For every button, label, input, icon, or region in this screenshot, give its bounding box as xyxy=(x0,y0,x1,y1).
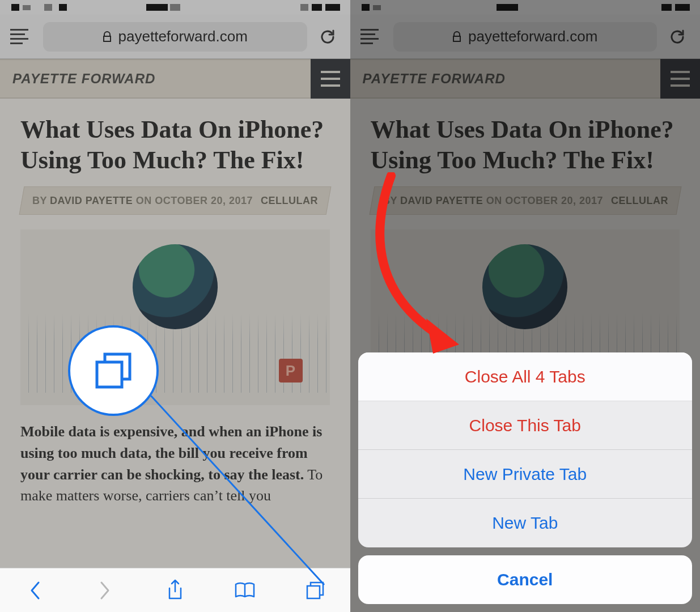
cancel-button[interactable]: Cancel xyxy=(358,555,693,604)
status-bar xyxy=(0,0,350,15)
logo-chip: P xyxy=(279,359,303,382)
tabs-icon xyxy=(305,580,325,601)
url-field[interactable]: payetteforward.com xyxy=(43,22,307,52)
website-header: PAYETTE FORWARD xyxy=(0,59,350,99)
reload-button[interactable] xyxy=(315,24,340,49)
callout-circle xyxy=(68,325,159,416)
reader-view-icon[interactable] xyxy=(10,29,35,44)
close-this-tab-option[interactable]: Close This Tab xyxy=(358,401,693,450)
by-label: BY xyxy=(32,195,47,206)
url-host-text: payetteforward.com xyxy=(118,28,248,45)
safari-bottom-toolbar xyxy=(0,568,350,612)
tabs-icon xyxy=(91,348,135,393)
article-category: CELLULAR xyxy=(261,195,318,207)
on-label: ON xyxy=(136,195,152,206)
new-private-tab-option[interactable]: New Private Tab xyxy=(358,450,693,499)
chevron-right-icon xyxy=(98,580,112,601)
new-tab-option[interactable]: New Tab xyxy=(358,499,693,547)
book-icon xyxy=(234,581,256,600)
tabs-button[interactable] xyxy=(302,577,329,604)
author-name: DAVID PAYETTE xyxy=(50,195,133,206)
back-button[interactable] xyxy=(22,577,49,604)
phone-screenshot-right: payetteforward.com PAYETTE FORWARD What … xyxy=(350,0,701,612)
article-byline: BY DAVID PAYETTE ON OCTOBER 20, 2017 CEL… xyxy=(19,186,331,215)
action-sheet-group: Close All 4 Tabs Close This Tab New Priv… xyxy=(358,352,693,547)
article-illustration: P xyxy=(20,230,330,405)
phone-screenshot-left: payetteforward.com PAYETTE FORWARD What … xyxy=(0,0,350,612)
reload-icon xyxy=(319,28,337,46)
share-button[interactable] xyxy=(162,577,189,604)
browser-address-bar: payetteforward.com xyxy=(0,15,350,59)
article-body-lead: Mobile data is expensive, and when an iP… xyxy=(20,423,322,482)
article-date: OCTOBER 20, 2017 xyxy=(155,195,253,206)
svg-rect-1 xyxy=(97,362,122,387)
share-icon xyxy=(166,579,184,602)
tabs-action-sheet: Close All 4 Tabs Close This Tab New Priv… xyxy=(358,352,693,604)
website-brand: PAYETTE FORWARD xyxy=(12,71,155,87)
article-headline: What Uses Data On iPhone? Using Too Much… xyxy=(20,114,330,175)
article-body: Mobile data is expensive, and when an iP… xyxy=(20,421,330,507)
close-all-tabs-option[interactable]: Close All 4 Tabs xyxy=(358,352,693,401)
bookmarks-button[interactable] xyxy=(231,577,258,604)
lock-icon xyxy=(103,31,112,42)
article-content: What Uses Data On iPhone? Using Too Much… xyxy=(0,99,350,507)
chevron-left-icon xyxy=(28,580,42,601)
svg-rect-0 xyxy=(307,586,320,598)
hamburger-menu-button[interactable] xyxy=(311,59,350,99)
globe-icon xyxy=(133,244,218,329)
forward-button[interactable] xyxy=(91,577,118,604)
